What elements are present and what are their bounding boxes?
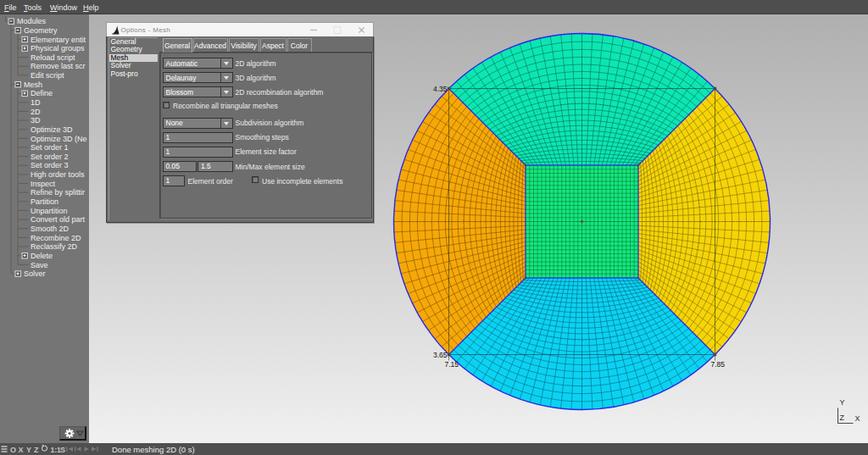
svg-text:Partition: Partition (31, 197, 58, 206)
svg-text:Edit script: Edit script (31, 71, 64, 80)
svg-text:High order tools: High order tools (31, 170, 85, 179)
svg-text:3.65: 3.65 (433, 351, 448, 359)
svg-text:Set order 1: Set order 1 (31, 143, 69, 152)
svg-text:Save: Save (31, 261, 48, 269)
svg-text:S: S (60, 446, 65, 454)
svg-text:Y: Y (840, 398, 845, 407)
svg-text:Optimize 3D: Optimize 3D (31, 125, 73, 134)
svg-text:Physical groups: Physical groups (31, 44, 85, 53)
svg-text:Z: Z (34, 446, 39, 454)
svg-text:7.85: 7.85 (711, 360, 726, 369)
svg-text:Modules: Modules (17, 17, 47, 25)
svg-text:X: X (855, 414, 860, 423)
svg-text:7.15: 7.15 (445, 360, 459, 369)
svg-text:3D: 3D (31, 116, 41, 125)
svg-text:Geometry: Geometry (24, 26, 58, 35)
svg-text:X: X (19, 446, 24, 454)
svg-text:Recombine 2D: Recombine 2D (31, 234, 81, 242)
svg-text:2D: 2D (31, 108, 41, 116)
svg-text:Solver: Solver (24, 269, 46, 278)
svg-text:Smooth 2D: Smooth 2D (31, 225, 70, 233)
svg-text:Elementary entit: Elementary entit (31, 36, 86, 44)
svg-text:Convert old part: Convert old part (31, 215, 86, 224)
svg-text:Y: Y (26, 446, 31, 454)
svg-text:Mesh: Mesh (24, 80, 42, 89)
svg-text:Set order 3: Set order 3 (31, 161, 69, 169)
svg-text:Reload script: Reload script (31, 53, 75, 62)
svg-text:Optimize 3D (Ne: Optimize 3D (Ne (31, 135, 87, 143)
svg-text:Unpartition: Unpartition (31, 207, 68, 215)
svg-text:Delete: Delete (31, 252, 53, 260)
svg-text:O: O (10, 446, 16, 454)
svg-text:Reclassify 2D: Reclassify 2D (31, 242, 78, 251)
svg-text:Refine by splittir: Refine by splittir (31, 188, 85, 197)
svg-text:Z: Z (840, 413, 845, 422)
svg-text:1D: 1D (31, 98, 41, 107)
svg-text:Set order 2: Set order 2 (31, 153, 69, 161)
svg-text:4.35: 4.35 (433, 85, 448, 93)
svg-text:Remove last scr: Remove last scr (31, 62, 86, 70)
svg-text:Define: Define (31, 89, 53, 97)
svg-text:Inspect: Inspect (31, 180, 56, 188)
